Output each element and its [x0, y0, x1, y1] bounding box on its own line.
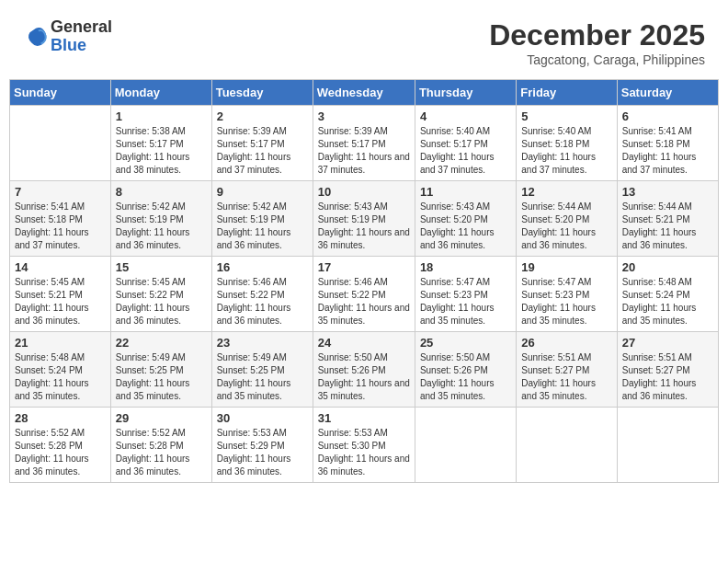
sunrise-text: Sunrise: 5:47 AM	[420, 277, 490, 287]
day-number: 24	[318, 336, 410, 350]
daylight-text: Daylight: 11 hours and 36 minutes.	[116, 454, 190, 477]
table-row: 6Sunrise: 5:41 AMSunset: 5:18 PMDaylight…	[617, 106, 718, 181]
table-row	[617, 408, 718, 483]
table-row: 21Sunrise: 5:48 AMSunset: 5:24 PMDayligh…	[10, 332, 111, 408]
day-info: Sunrise: 5:52 AMSunset: 5:28 PMDaylight:…	[116, 427, 207, 478]
day-number: 21	[15, 336, 106, 350]
daylight-text: Daylight: 11 hours and 36 minutes.	[217, 454, 291, 477]
daylight-text: Daylight: 11 hours and 35 minutes.	[217, 378, 291, 401]
table-row: 16Sunrise: 5:46 AMSunset: 5:22 PMDayligh…	[211, 257, 313, 332]
table-row: 28Sunrise: 5:52 AMSunset: 5:28 PMDayligh…	[10, 408, 111, 483]
subtitle: Tagcatong, Caraga, Philippines	[489, 52, 705, 67]
sunset-text: Sunset: 5:24 PM	[15, 365, 83, 375]
daylight-text: Daylight: 11 hours and 35 minutes.	[318, 303, 410, 326]
daylight-text: Daylight: 11 hours and 36 minutes.	[217, 227, 291, 250]
day-info: Sunrise: 5:43 AMSunset: 5:20 PMDaylight:…	[420, 201, 511, 252]
day-info: Sunrise: 5:41 AMSunset: 5:18 PMDaylight:…	[622, 125, 713, 177]
table-row: 26Sunrise: 5:51 AMSunset: 5:27 PMDayligh…	[517, 332, 617, 408]
sunset-text: Sunset: 5:17 PM	[420, 139, 488, 149]
month-title: December 2025	[489, 18, 705, 52]
sunset-text: Sunset: 5:23 PM	[420, 290, 488, 300]
title-area: December 2025 Tagcatong, Caraga, Philipp…	[489, 18, 705, 67]
day-info: Sunrise: 5:51 AMSunset: 5:27 PMDaylight:…	[622, 351, 713, 403]
day-info: Sunrise: 5:49 AMSunset: 5:25 PMDaylight:…	[217, 351, 308, 403]
table-row: 23Sunrise: 5:49 AMSunset: 5:25 PMDayligh…	[211, 332, 313, 408]
daylight-text: Daylight: 11 hours and 36 minutes.	[116, 303, 190, 326]
sunset-text: Sunset: 5:27 PM	[521, 365, 589, 375]
sunset-text: Sunset: 5:30 PM	[318, 441, 386, 451]
sunrise-text: Sunrise: 5:43 AM	[318, 201, 388, 212]
sunrise-text: Sunrise: 5:41 AM	[15, 201, 85, 212]
day-number: 17	[318, 260, 410, 274]
daylight-text: Daylight: 11 hours and 35 minutes.	[622, 303, 697, 326]
sunset-text: Sunset: 5:21 PM	[622, 214, 690, 224]
daylight-text: Daylight: 11 hours and 36 minutes.	[217, 303, 291, 326]
sunset-text: Sunset: 5:18 PM	[521, 139, 589, 149]
header-thursday: Thursday	[415, 80, 516, 106]
day-number: 14	[15, 260, 106, 274]
daylight-text: Daylight: 11 hours and 35 minutes.	[521, 378, 596, 401]
table-row: 9Sunrise: 5:42 AMSunset: 5:19 PMDaylight…	[211, 181, 313, 257]
daylight-text: Daylight: 11 hours and 36 minutes.	[15, 303, 89, 326]
daylight-text: Daylight: 11 hours and 37 minutes.	[318, 152, 410, 175]
day-number: 25	[420, 336, 511, 350]
sunrise-text: Sunrise: 5:47 AM	[521, 277, 591, 287]
sunset-text: Sunset: 5:18 PM	[15, 214, 83, 224]
day-info: Sunrise: 5:39 AMSunset: 5:17 PMDaylight:…	[217, 125, 308, 177]
sunrise-text: Sunrise: 5:45 AM	[15, 277, 85, 287]
day-info: Sunrise: 5:40 AMSunset: 5:18 PMDaylight:…	[521, 125, 611, 177]
day-number: 28	[15, 411, 106, 425]
week-row-5: 28Sunrise: 5:52 AMSunset: 5:28 PMDayligh…	[10, 408, 719, 483]
sunset-text: Sunset: 5:20 PM	[420, 214, 488, 224]
daylight-text: Daylight: 11 hours and 35 minutes.	[420, 378, 495, 401]
day-number: 31	[318, 411, 410, 425]
sunrise-text: Sunrise: 5:51 AM	[622, 352, 692, 362]
day-number: 26	[521, 336, 611, 350]
table-row: 10Sunrise: 5:43 AMSunset: 5:19 PMDayligh…	[313, 181, 415, 257]
sunset-text: Sunset: 5:25 PM	[217, 365, 285, 375]
sunrise-text: Sunrise: 5:50 AM	[318, 352, 388, 362]
sunrise-text: Sunrise: 5:44 AM	[622, 201, 692, 212]
sunrise-text: Sunrise: 5:38 AM	[116, 126, 186, 136]
sunrise-text: Sunrise: 5:40 AM	[521, 126, 591, 136]
daylight-text: Daylight: 11 hours and 37 minutes.	[217, 152, 291, 175]
day-number: 11	[420, 185, 511, 199]
header-friday: Friday	[517, 80, 617, 106]
day-info: Sunrise: 5:40 AMSunset: 5:17 PMDaylight:…	[420, 125, 511, 177]
header-saturday: Saturday	[617, 80, 718, 106]
day-info: Sunrise: 5:39 AMSunset: 5:17 PMDaylight:…	[318, 125, 410, 177]
sunset-text: Sunset: 5:19 PM	[116, 214, 184, 224]
daylight-text: Daylight: 11 hours and 35 minutes.	[420, 303, 495, 326]
day-number: 7	[15, 185, 106, 199]
day-number: 29	[116, 411, 207, 425]
day-number: 5	[521, 109, 611, 123]
sunset-text: Sunset: 5:22 PM	[116, 290, 184, 300]
day-info: Sunrise: 5:52 AMSunset: 5:28 PMDaylight:…	[15, 427, 106, 478]
week-row-2: 7Sunrise: 5:41 AMSunset: 5:18 PMDaylight…	[10, 181, 719, 257]
day-number: 20	[622, 260, 713, 274]
sunset-text: Sunset: 5:28 PM	[15, 441, 83, 451]
day-number: 13	[622, 185, 713, 199]
daylight-text: Daylight: 11 hours and 35 minutes.	[318, 378, 410, 401]
sunrise-text: Sunrise: 5:48 AM	[15, 352, 85, 362]
sunrise-text: Sunrise: 5:40 AM	[420, 126, 490, 136]
daylight-text: Daylight: 11 hours and 36 minutes.	[521, 227, 596, 250]
sunset-text: Sunset: 5:17 PM	[217, 139, 285, 149]
day-info: Sunrise: 5:45 AMSunset: 5:22 PMDaylight:…	[116, 276, 207, 327]
day-number: 23	[217, 336, 308, 350]
daylight-text: Daylight: 11 hours and 37 minutes.	[622, 152, 697, 175]
sunrise-text: Sunrise: 5:48 AM	[622, 277, 692, 287]
sunset-text: Sunset: 5:22 PM	[318, 290, 386, 300]
sunset-text: Sunset: 5:19 PM	[318, 214, 386, 224]
table-row: 4Sunrise: 5:40 AMSunset: 5:17 PMDaylight…	[415, 106, 516, 181]
table-row	[415, 408, 516, 483]
logo-icon	[23, 24, 49, 50]
sunrise-text: Sunrise: 5:52 AM	[116, 428, 186, 438]
day-info: Sunrise: 5:45 AMSunset: 5:21 PMDaylight:…	[15, 276, 106, 327]
day-number: 22	[116, 336, 207, 350]
logo: General Blue	[23, 18, 112, 55]
week-row-1: 1Sunrise: 5:38 AMSunset: 5:17 PMDaylight…	[10, 106, 719, 181]
sunrise-text: Sunrise: 5:39 AM	[318, 126, 388, 136]
day-info: Sunrise: 5:50 AMSunset: 5:26 PMDaylight:…	[420, 351, 511, 403]
day-info: Sunrise: 5:47 AMSunset: 5:23 PMDaylight:…	[521, 276, 611, 327]
